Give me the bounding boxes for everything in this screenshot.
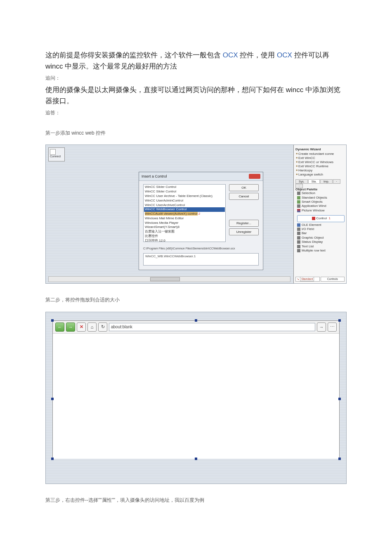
- dynamic-wizard-panel: Dynamic Wizard ✦Create redundant conne✦E…: [293, 145, 346, 283]
- palette-item[interactable]: OLE Element: [295, 223, 345, 227]
- resize-handle[interactable]: [195, 319, 197, 322]
- control-listbox[interactable]: WinCC Slider ControlWinCC Slider Control…: [143, 184, 226, 242]
- resize-handle[interactable]: [51, 398, 54, 400]
- step-2-title: 第二步，将控件拖放到合适的大小: [45, 296, 347, 304]
- list-item[interactable]: WinCCAudit viewer(ActiveX) control 2: [145, 212, 224, 216]
- list-item[interactable]: WinCC Slider Control: [145, 190, 224, 194]
- tab-standard[interactable]: ↘ Standard: [295, 277, 320, 282]
- webbrowser-control[interactable]: ← → ✕ ⌂ ↻ → ⋯: [52, 320, 340, 459]
- resize-handle[interactable]: [338, 458, 341, 460]
- palette-item[interactable]: Status Display: [295, 240, 345, 244]
- wizard-item[interactable]: ✦Exit WinCC: [295, 156, 345, 160]
- unregister-button[interactable]: Unregister: [229, 228, 259, 235]
- menu-icon[interactable]: ⋯: [328, 323, 337, 332]
- wizard-tab[interactable]: Imp.: [320, 179, 333, 184]
- wizard-item[interactable]: ✦Create redundant conne: [295, 152, 345, 156]
- screenshot-2: ← → ✕ ⌂ ↻ → ⋯: [45, 312, 347, 484]
- forward-icon[interactable]: →: [66, 323, 75, 332]
- followup-label: 追问：: [45, 74, 347, 82]
- list-item[interactable]: WinCC UserAdminControl: [145, 199, 224, 203]
- resize-handle[interactable]: [51, 458, 54, 460]
- address-input[interactable]: [109, 323, 315, 331]
- intro-paragraph: 这的前提是你得安装摄像的监控软件，这个软件一般包含 OCX 控件，使用 OCX …: [45, 50, 347, 72]
- palette-item[interactable]: Smart Objects: [295, 200, 345, 204]
- home-icon[interactable]: ⌂: [87, 323, 97, 332]
- back-icon[interactable]: ←: [55, 323, 64, 332]
- list-item[interactable]: WinCC Slider Control: [145, 185, 224, 190]
- palette-item[interactable]: I/O Field: [295, 227, 345, 231]
- list-item[interactable]: 比赛控件: [145, 234, 224, 239]
- register-button[interactable]: Register...: [229, 220, 259, 227]
- cancel-button[interactable]: Cancel: [229, 193, 259, 200]
- resize-handle[interactable]: [338, 319, 341, 322]
- class-name-field: WinCC_WB.WinCCWebBrowser.1: [143, 253, 259, 266]
- resize-handle[interactable]: [195, 458, 197, 460]
- palette-item[interactable]: Graphic Object: [295, 236, 345, 240]
- dialog-title: Insert a Control: [142, 174, 167, 178]
- palette-item[interactable]: Picture Window: [295, 209, 345, 213]
- list-item[interactable]: Windows Media Player: [145, 221, 224, 225]
- list-item[interactable]: WinCC WebBrowser Control: [144, 207, 225, 212]
- palette-item[interactable]: Selection: [295, 191, 345, 195]
- ok-button[interactable]: OK: [229, 184, 259, 191]
- palette-item[interactable]: Bar: [295, 231, 345, 235]
- wizard-item[interactable]: ✦Exit WinCC or Windows: [295, 160, 345, 164]
- refresh-icon[interactable]: ↻: [98, 323, 107, 332]
- ocx-link-2[interactable]: OCX: [277, 51, 292, 59]
- palette-item[interactable]: Multiple row text: [295, 249, 345, 253]
- palette-item[interactable]: Application Wind: [295, 204, 345, 208]
- wizard-tab[interactable]: Sta.: [308, 179, 320, 184]
- wizard-item[interactable]: ✦Language switch: [295, 173, 345, 177]
- wizard-item[interactable]: ✦Exit WinCC Runtime: [295, 164, 345, 168]
- horizontal-scrollbar[interactable]: [48, 276, 290, 282]
- resize-handle[interactable]: [51, 319, 54, 322]
- insert-control-dialog: Insert a Control WinCC Slider ControlWin…: [139, 172, 263, 270]
- list-item[interactable]: WinCC User Archive - Table Element (Clas…: [145, 194, 224, 199]
- list-item[interactable]: 百度输入法一键发图: [145, 230, 224, 234]
- palette-item[interactable]: Control 1: [295, 213, 345, 223]
- close-icon[interactable]: [249, 174, 260, 179]
- palette-item[interactable]: Text List: [295, 244, 345, 249]
- toolbar-connect-button: Connect: [48, 147, 65, 161]
- list-item[interactable]: Windows Mail Mime Editor: [145, 216, 224, 221]
- ocx-path-label: C:\Program Files (x86)\Common Files\Siem…: [139, 247, 263, 251]
- wizard-item[interactable]: ✦Hardcopy: [295, 168, 345, 173]
- wizard-tab[interactable]: ·: [333, 179, 340, 184]
- palette-item[interactable]: Standard Objects: [295, 196, 345, 200]
- list-item[interactable]: WinCC UserArchiveControl: [145, 203, 224, 208]
- answer-label: 追答：: [45, 109, 347, 117]
- followup-text: 使用的摄像头是以太网摄像头，直接可以通过网页访问的那种，想问下如何在 wincc…: [45, 84, 347, 107]
- list-item[interactable]: WizardSmart(Y.Smart)8: [145, 225, 224, 230]
- step-3-title: 第三步，右击控件--选择""属性""，填入摄像头的访问地址，我以百度为例: [45, 496, 347, 504]
- stop-icon[interactable]: ✕: [77, 323, 86, 332]
- resize-handle[interactable]: [338, 398, 341, 400]
- go-icon[interactable]: →: [317, 323, 326, 332]
- wizard-tab[interactable]: Sys.: [295, 179, 308, 184]
- tab-controls[interactable]: Controls: [321, 277, 345, 282]
- ocx-link-1[interactable]: OCX: [223, 51, 238, 59]
- list-item[interactable]: 日历控件 12.0: [145, 239, 224, 242]
- step-1-title: 第一步添加 wincc web 控件: [45, 129, 347, 137]
- screenshot-1: Connect Dynamic Wizard ✦Create redundant…: [45, 145, 347, 284]
